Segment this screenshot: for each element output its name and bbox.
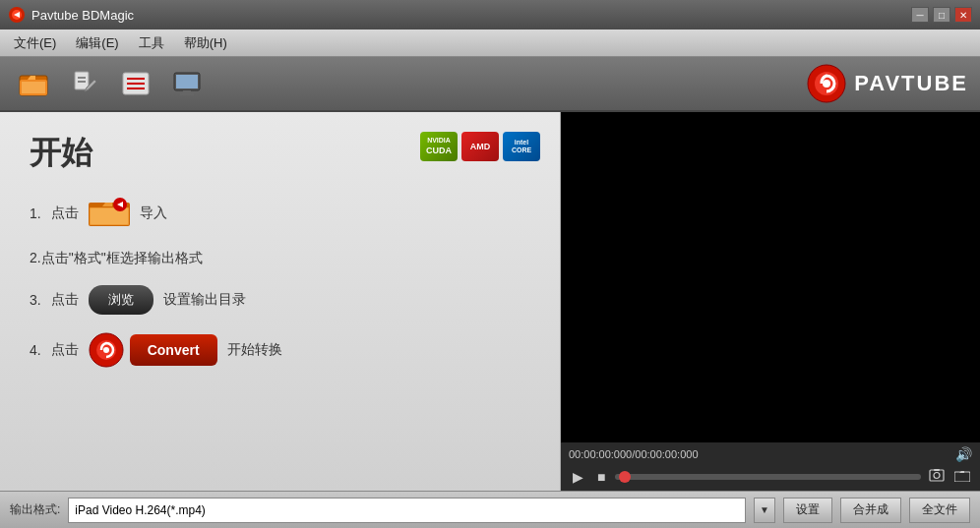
- step1-suffix: 导入: [140, 205, 167, 222]
- step-1: 1. 点击 导入: [30, 195, 530, 232]
- step-2: 2.点击"格式"框选择输出格式: [30, 250, 530, 267]
- time-display: 00:00:00:000/00:00:00:000 🔊: [569, 446, 972, 462]
- step1-prefix: 点击: [51, 205, 79, 222]
- toolbar: PAVTUBE: [0, 57, 980, 112]
- title-left: Pavtube BDMagic: [8, 6, 134, 24]
- menu-edit[interactable]: 编辑(E): [66, 30, 128, 56]
- svg-rect-29: [954, 472, 970, 482]
- intel-badge: intel CORE: [503, 132, 540, 161]
- open-file-button[interactable]: [12, 62, 55, 105]
- svg-rect-15: [180, 93, 194, 95]
- title-bar: Pavtube BDMagic ─ □ ✕: [0, 0, 980, 29]
- svg-rect-14: [183, 90, 191, 93]
- import-folder-button[interactable]: [89, 195, 130, 232]
- svg-rect-5: [75, 72, 89, 89]
- step3-num: 3.: [30, 292, 41, 308]
- step3-suffix: 设置输出目录: [163, 291, 246, 309]
- maximize-button[interactable]: □: [933, 7, 950, 23]
- play-button[interactable]: ▶: [569, 467, 587, 487]
- step-4: 4. 点击 Convert 开始转换: [30, 332, 530, 368]
- pavtube-logo-icon: [807, 64, 846, 103]
- step1-num: 1.: [30, 205, 41, 221]
- minimize-button[interactable]: ─: [911, 7, 929, 23]
- video-preview-panel: 00:00:00:000/00:00:00:000 🔊 ▶ ■: [561, 112, 980, 491]
- folder-output-button[interactable]: [952, 466, 972, 487]
- time-text: 00:00:00:000/00:00:00:000: [569, 448, 699, 460]
- stop-button[interactable]: ■: [593, 467, 609, 487]
- step-3: 3. 点击 浏览 设置输出目录: [30, 285, 530, 315]
- svg-rect-26: [930, 470, 944, 481]
- amd-badge: AMD: [461, 132, 499, 161]
- window-controls: ─ □ ✕: [911, 7, 972, 23]
- convert-button-group[interactable]: Convert: [89, 332, 217, 368]
- convert-icon: [89, 332, 124, 368]
- svg-rect-4: [22, 82, 45, 93]
- svg-point-27: [934, 473, 940, 479]
- svg-rect-13: [176, 75, 198, 88]
- list-button[interactable]: [114, 62, 157, 105]
- screenshot-button[interactable]: [927, 466, 947, 487]
- bottom-bar: 输出格式: ▼ 设置 合并成 全文件: [0, 491, 980, 528]
- progress-bar[interactable]: [615, 474, 921, 480]
- svg-point-25: [103, 347, 109, 353]
- svg-rect-28: [934, 469, 940, 471]
- output-format-input[interactable]: [68, 498, 746, 523]
- close-button[interactable]: ✕: [954, 7, 972, 23]
- volume-icon: 🔊: [955, 446, 972, 462]
- menu-bar: 文件(E) 编辑(E) 工具 帮助(H): [0, 29, 980, 57]
- gpu-badges: NVIDIA CUDA AMD intel CORE: [420, 132, 540, 161]
- menu-help[interactable]: 帮助(H): [174, 30, 237, 56]
- progress-handle[interactable]: [619, 471, 631, 483]
- settings-button[interactable]: 设置: [783, 498, 832, 523]
- menu-tools[interactable]: 工具: [129, 30, 174, 56]
- format-dropdown-button[interactable]: ▼: [754, 498, 775, 523]
- step4-prefix: 点击: [51, 341, 79, 359]
- screen-button[interactable]: [165, 62, 209, 105]
- step4-suffix: 开始转换: [227, 341, 282, 359]
- pavtube-logo-text: PAVTUBE: [854, 71, 968, 96]
- svg-point-18: [823, 80, 830, 88]
- output-format-label: 输出格式:: [10, 501, 60, 518]
- nvidia-cuda-badge: NVIDIA CUDA: [420, 132, 458, 161]
- app-icon: [8, 6, 26, 24]
- playback-controls: ▶ ■: [569, 466, 972, 487]
- title-text: Pavtube BDMagic: [31, 8, 134, 23]
- edit-button[interactable]: [63, 62, 106, 105]
- step2-text: 2.点击"格式"框选择输出格式: [30, 250, 203, 267]
- menu-file[interactable]: 文件(E): [4, 30, 66, 56]
- step3-prefix: 点击: [51, 291, 79, 309]
- merge-button[interactable]: 合并成: [840, 498, 901, 523]
- video-area: [561, 112, 980, 442]
- browse-button[interactable]: 浏览: [89, 285, 153, 315]
- left-panel: 开始 NVIDIA CUDA AMD intel CORE: [0, 112, 561, 491]
- main-area: 开始 NVIDIA CUDA AMD intel CORE: [0, 112, 980, 491]
- convert-btn[interactable]: Convert: [130, 334, 217, 366]
- video-controls-bar: 00:00:00:000/00:00:00:000 🔊 ▶ ■: [561, 442, 980, 491]
- step4-num: 4.: [30, 342, 41, 358]
- full-file-button[interactable]: 全文件: [909, 498, 970, 523]
- pavtube-logo: PAVTUBE: [807, 64, 968, 103]
